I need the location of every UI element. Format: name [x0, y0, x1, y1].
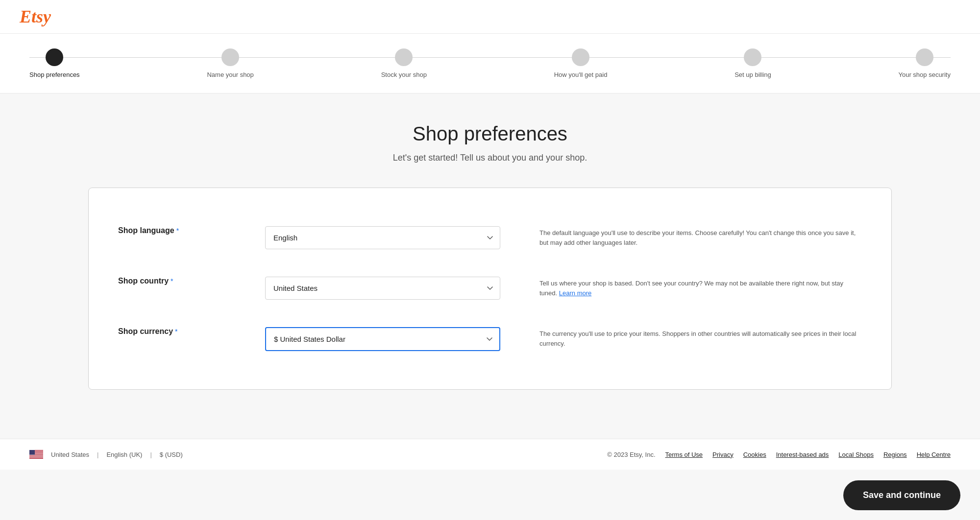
step-label-4: How you'll get paid — [554, 71, 608, 78]
terms-of-use-link[interactable]: Terms of Use — [665, 451, 703, 458]
privacy-link[interactable]: Privacy — [712, 451, 734, 458]
shop-country-row: Shop country * United States United King… — [118, 263, 862, 313]
footer-country: United States — [51, 451, 89, 458]
svg-rect-7 — [29, 455, 43, 455]
step-dot-2 — [221, 48, 239, 66]
shop-currency-required: * — [175, 328, 177, 335]
svg-rect-10 — [29, 457, 43, 457]
shop-country-label-group: Shop country * — [118, 277, 255, 285]
shop-country-required: * — [171, 277, 173, 285]
step-how-youll-get-paid: How you'll get paid — [554, 48, 608, 78]
us-flag-icon — [29, 450, 43, 459]
page-title: Shop preferences — [88, 123, 892, 145]
main-content: Shop preferences Let's get started! Tell… — [49, 94, 931, 439]
shop-currency-label-group: Shop currency * — [118, 327, 255, 336]
shop-language-row: Shop language * English French German Sp… — [118, 213, 862, 263]
step-name-your-shop: Name your shop — [207, 48, 253, 78]
shop-language-label: Shop language — [118, 226, 174, 235]
shop-country-select[interactable]: United States United Kingdom Canada Aust… — [265, 277, 500, 300]
help-centre-link[interactable]: Help Centre — [917, 451, 951, 458]
shop-language-label-group: Shop language * — [118, 226, 255, 235]
etsy-logo[interactable]: Etsy — [20, 8, 960, 25]
svg-rect-13 — [29, 450, 35, 455]
local-shops-link[interactable]: Local Shops — [838, 451, 874, 458]
footer: United States | English (UK) | $ (USD) ©… — [0, 439, 980, 470]
shop-country-helper: Tell us where your shop is based. Don't … — [539, 277, 862, 298]
learn-more-link[interactable]: Learn more — [559, 289, 591, 297]
svg-rect-11 — [29, 457, 43, 458]
save-and-continue-button[interactable]: Save and continue — [843, 480, 960, 510]
footer-language: English (UK) — [106, 451, 142, 458]
progress-line — [29, 57, 951, 58]
step-set-up-billing: Set up billing — [735, 48, 771, 78]
shop-currency-control: $ United States Dollar € Euro £ British … — [265, 327, 500, 351]
shop-currency-label: Shop currency — [118, 327, 173, 336]
shop-country-control: United States United Kingdom Canada Aust… — [265, 277, 500, 300]
progress-bar: Shop preferences Name your shop Stock yo… — [29, 48, 951, 93]
shop-currency-helper: The currency you'll use to price your it… — [539, 327, 862, 348]
footer-locale: United States | English (UK) | $ (USD) — [29, 450, 183, 459]
shop-country-label: Shop country — [118, 277, 169, 285]
step-label-3: Stock your shop — [381, 71, 427, 78]
svg-rect-12 — [29, 458, 43, 459]
save-btn-wrapper: Save and continue — [824, 471, 980, 520]
footer-links: © 2023 Etsy, Inc. Terms of Use Privacy C… — [607, 451, 951, 458]
step-dot-4 — [572, 48, 589, 66]
step-your-shop-security: Your shop security — [898, 48, 950, 78]
shop-currency-select[interactable]: $ United States Dollar € Euro £ British … — [265, 327, 500, 351]
footer-currency: $ (USD) — [160, 451, 183, 458]
step-label-5: Set up billing — [735, 71, 771, 78]
svg-rect-9 — [29, 456, 43, 456]
footer-sep-2: | — [150, 451, 151, 458]
step-dot-1 — [46, 48, 63, 66]
regions-link[interactable]: Regions — [883, 451, 907, 458]
shop-language-control: English French German Spanish — [265, 226, 500, 249]
header: Etsy — [0, 0, 980, 34]
step-dot-3 — [395, 48, 413, 66]
shop-currency-row: Shop currency * $ United States Dollar €… — [118, 313, 862, 365]
step-dot-6 — [916, 48, 933, 66]
progress-section: Shop preferences Name your shop Stock yo… — [0, 34, 980, 94]
footer-copyright: © 2023 Etsy, Inc. — [607, 451, 655, 458]
interest-based-ads-link[interactable]: Interest-based ads — [776, 451, 829, 458]
page-subtitle: Let's get started! Tell us about you and… — [88, 153, 892, 163]
step-dot-5 — [744, 48, 761, 66]
step-label-2: Name your shop — [207, 71, 253, 78]
shop-language-required: * — [176, 227, 179, 235]
cookies-link[interactable]: Cookies — [743, 451, 766, 458]
step-label-6: Your shop security — [898, 71, 950, 78]
shop-language-helper: The default language you'll use to descr… — [539, 226, 862, 247]
svg-rect-8 — [29, 455, 43, 456]
form-card: Shop language * English French German Sp… — [88, 188, 892, 390]
footer-sep-1: | — [97, 451, 98, 458]
step-stock-your-shop: Stock your shop — [381, 48, 427, 78]
shop-language-select[interactable]: English French German Spanish — [265, 226, 500, 249]
step-label-1: Shop preferences — [29, 71, 80, 78]
step-shop-preferences: Shop preferences — [29, 48, 80, 78]
